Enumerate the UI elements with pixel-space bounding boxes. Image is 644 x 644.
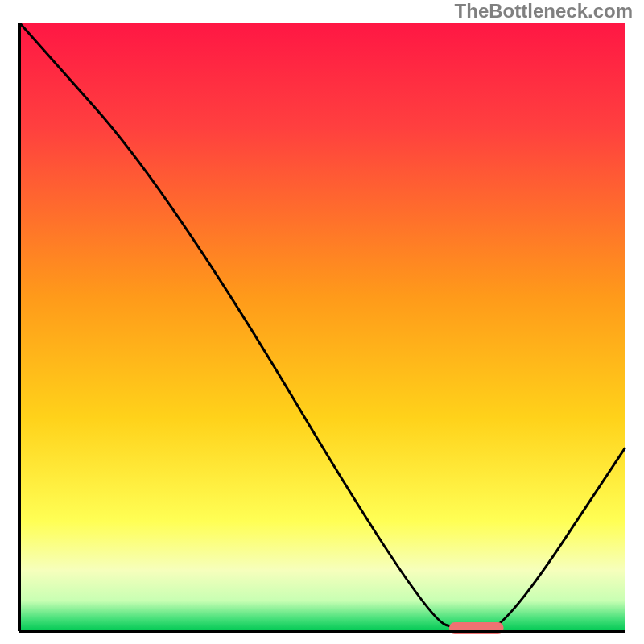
watermark-text: TheBottleneck.com (455, 0, 633, 23)
chart-stage: TheBottleneck.com (0, 0, 644, 644)
plot-background (19, 23, 625, 631)
bottleneck-chart (16, 23, 628, 634)
